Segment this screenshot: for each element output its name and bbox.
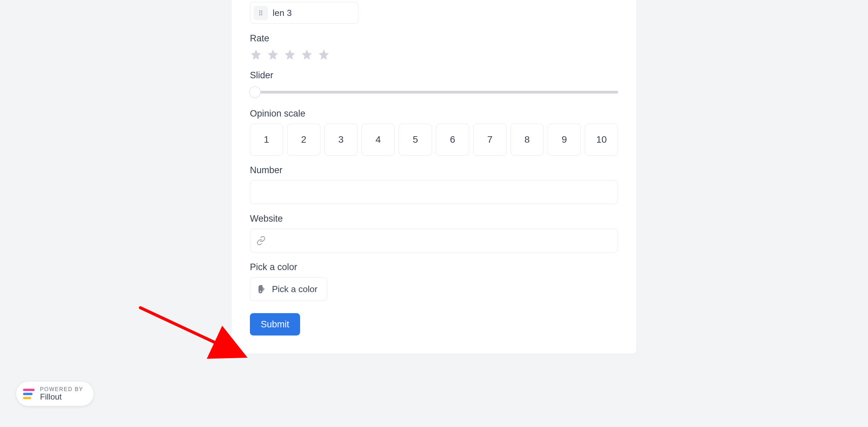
opinion-option[interactable]: 1 <box>250 124 283 156</box>
opinion-option[interactable]: 6 <box>436 124 469 156</box>
opinion-option[interactable]: 8 <box>511 124 544 156</box>
slider-label: Slider <box>250 70 618 81</box>
star-icon[interactable] <box>284 48 296 61</box>
field-slider: Slider <box>250 70 618 99</box>
color-label: Pick a color <box>250 262 618 272</box>
opinion-option[interactable]: 3 <box>324 124 358 156</box>
slider-thumb[interactable] <box>249 86 261 98</box>
svg-point-1 <box>261 11 262 12</box>
opinion-option[interactable]: 5 <box>399 124 432 156</box>
drag-item-label: len 3 <box>273 8 292 18</box>
number-label: Number <box>250 165 618 176</box>
svg-point-5 <box>261 14 262 15</box>
svg-point-6 <box>260 291 261 292</box>
star-icon[interactable] <box>301 48 313 61</box>
opinion-option[interactable]: 9 <box>548 124 581 156</box>
field-number: Number <box>250 165 618 204</box>
svg-line-7 <box>140 308 242 355</box>
star-rating <box>250 48 618 61</box>
field-website: Website <box>250 214 618 252</box>
star-icon[interactable] <box>250 48 262 61</box>
form-card: len 3 Rate Slider Opinion scale 1 2 3 4 … <box>232 0 636 354</box>
opinion-label: Opinion scale <box>250 108 618 119</box>
field-color: Pick a color Pick a color <box>250 262 618 301</box>
submit-label: Submit <box>261 319 289 330</box>
opinion-option[interactable]: 4 <box>361 124 395 156</box>
badge-top-text: POWERED BY <box>40 386 83 392</box>
star-icon[interactable] <box>267 48 279 61</box>
opinion-scale: 1 2 3 4 5 6 7 8 9 10 <box>250 124 618 156</box>
slider[interactable] <box>250 85 618 99</box>
fillout-logo-icon <box>23 389 35 399</box>
svg-point-4 <box>259 14 260 15</box>
grip-vertical-icon[interactable] <box>254 6 268 20</box>
star-icon[interactable] <box>318 48 330 61</box>
svg-point-2 <box>259 13 260 14</box>
website-label: Website <box>250 214 618 224</box>
svg-point-0 <box>259 11 260 12</box>
rate-label: Rate <box>250 33 618 44</box>
badge-bottom-text: Fillout <box>40 392 83 401</box>
swatch-icon <box>258 284 267 294</box>
website-input[interactable] <box>269 229 618 252</box>
pick-color-button[interactable]: Pick a color <box>250 277 327 301</box>
opinion-option[interactable]: 10 <box>585 124 618 156</box>
website-input-wrap[interactable] <box>250 229 618 252</box>
pick-color-label: Pick a color <box>272 284 317 294</box>
link-icon <box>256 236 266 245</box>
svg-point-3 <box>261 13 262 14</box>
opinion-option[interactable]: 7 <box>473 124 507 156</box>
slider-track <box>250 91 618 94</box>
field-rate: Rate <box>250 33 618 61</box>
badge-text: POWERED BY Fillout <box>40 386 83 401</box>
field-opinion: Opinion scale 1 2 3 4 5 6 7 8 9 10 <box>250 108 618 156</box>
submit-button[interactable]: Submit <box>250 313 300 336</box>
number-input[interactable] <box>250 180 618 204</box>
opinion-option[interactable]: 2 <box>287 124 320 156</box>
drag-list-item[interactable]: len 3 <box>250 2 358 24</box>
powered-by-badge[interactable]: POWERED BY Fillout <box>16 382 94 406</box>
